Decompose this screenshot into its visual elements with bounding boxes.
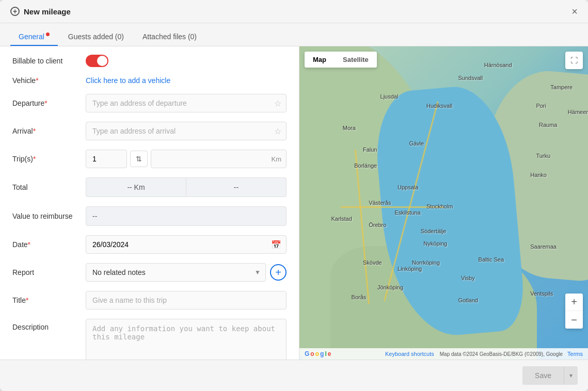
departure-input-wrap: ☆ [86, 94, 287, 112]
map-city-label: Härnösand [484, 62, 512, 68]
map-city-label: Hanko [530, 172, 547, 178]
billable-row: Billable to client [12, 55, 287, 67]
departure-label: Departure* [12, 99, 80, 107]
arrival-label: Arrival* [12, 127, 80, 135]
total-label: Total [12, 183, 80, 191]
report-select-wrap: No related notes ▼ [86, 263, 266, 282]
km-input-wrap: Km [151, 150, 287, 168]
modal-header: + New mileage × [0, 0, 588, 23]
map-type-satellite[interactable]: Satellite [335, 52, 377, 68]
tab-guests[interactable]: Guests added (0) [60, 28, 132, 46]
description-wrap [86, 319, 287, 360]
map-city-label: Örebro [369, 222, 386, 228]
zoom-out-button[interactable]: − [565, 311, 583, 329]
title-input[interactable] [86, 291, 287, 309]
map-city-label: Pori [536, 103, 546, 109]
map-fullscreen-button[interactable]: ⛶ [565, 52, 583, 69]
map-type-controls: Map Satellite [305, 52, 377, 68]
calendar-icon[interactable]: 📅 [271, 240, 281, 250]
map-type-map[interactable]: Map [305, 52, 335, 68]
save-button[interactable]: Save [522, 366, 564, 385]
map-city-label: Borås [352, 294, 367, 300]
map-data-info: Map data ©2024 GeoBasis-DE/BKG (©2009), … [440, 351, 563, 357]
map-city-label: Karlstad [331, 216, 352, 222]
trips-input[interactable] [86, 150, 127, 168]
new-mileage-modal: + New mileage × General Guests added (0)… [0, 0, 588, 391]
terms-link[interactable]: Terms [567, 351, 583, 357]
vehicle-row: Vehicle* Click here to add a vehicle [12, 76, 287, 85]
map-city-label: Borlänge [354, 162, 377, 169]
map-city-label: Linköping [398, 266, 422, 272]
tab-bar: General Guests added (0) Attached files … [0, 23, 588, 46]
map-city-label: Södertälje [421, 228, 447, 234]
arrival-input[interactable] [86, 122, 287, 140]
map-city-label: Stockholm [426, 203, 453, 209]
total-row: Total -- Km -- [12, 177, 287, 197]
map-city-label: Sundsvall [458, 75, 483, 81]
tab-files[interactable]: Attached files (0) [134, 28, 205, 46]
swap-button[interactable]: ⇅ [130, 151, 148, 167]
map-city-label: Hudiksvall [426, 103, 452, 109]
map-city-label: Eskilstuna [394, 209, 420, 216]
reimburse-value: -- [86, 206, 287, 226]
add-report-button[interactable]: + [270, 264, 287, 281]
description-row: Description [12, 319, 287, 360]
date-label: Date* [12, 240, 80, 249]
date-row: Date* 📅 [12, 235, 287, 254]
save-dropdown-button[interactable]: ▾ [564, 367, 578, 384]
map-footer: Google Keyboard shortcuts Map data ©2024… [299, 348, 588, 360]
description-textarea[interactable] [86, 319, 287, 360]
map-city-label: Turku [536, 153, 550, 159]
map-background: HärnösandSundsvallHudiksvallLjusdalMoraP… [299, 46, 588, 360]
map-city-label: Uppsala [398, 184, 418, 190]
trips-controls: ⇅ Km [86, 150, 287, 168]
map-city-label: Baltic Sea [479, 256, 504, 263]
modal-body: Billable to client Vehicle* Click here t… [0, 46, 588, 360]
vehicle-label: Vehicle* [12, 76, 80, 85]
save-button-group: Save ▾ [522, 366, 578, 385]
form-panel: Billable to client Vehicle* Click here t… [0, 46, 299, 360]
date-input[interactable] [86, 235, 287, 254]
report-select[interactable]: No related notes [86, 263, 266, 282]
add-vehicle-link[interactable]: Click here to add a vehicle [86, 76, 170, 85]
report-row: Report No related notes ▼ + [12, 263, 287, 282]
arrival-row: Arrival* ☆ [12, 122, 287, 140]
modal-footer: Save ▾ [0, 360, 588, 391]
keyboard-shortcuts[interactable]: Keyboard shortcuts [385, 351, 434, 357]
zoom-in-button[interactable]: + [565, 294, 583, 311]
map-panel: HärnösandSundsvallHudiksvallLjusdalMoraP… [299, 46, 588, 360]
plus-icon: + [10, 7, 20, 16]
total-amount: -- [186, 177, 287, 197]
map-city-label: Norrköping [412, 259, 440, 266]
trips-row: Trip(s)* ⇅ Km [12, 150, 287, 168]
report-label: Report [12, 268, 80, 276]
map-city-label: Västerås [369, 200, 391, 206]
map-city-label: Gävle [409, 140, 424, 146]
title-row: Title* [12, 291, 287, 309]
map-city-label: Ljusdal [380, 93, 399, 100]
map-city-label: Tampere [550, 84, 573, 90]
departure-favorite-icon[interactable]: ☆ [274, 99, 281, 108]
billable-label: Billable to client [12, 57, 80, 65]
map-city-label: Mora [343, 125, 356, 131]
date-wrap: 📅 [86, 235, 287, 254]
report-wrap: No related notes ▼ + [86, 263, 287, 282]
description-label: Description [12, 319, 80, 331]
modal-title-text: New mileage [24, 7, 71, 16]
map-footer-info: Keyboard shortcuts Map data ©2024 GeoBas… [385, 351, 583, 357]
km-input[interactable] [151, 150, 287, 168]
arrival-input-wrap: ☆ [86, 122, 287, 140]
billable-toggle[interactable] [86, 55, 108, 67]
map-city-label: Gotland [458, 297, 478, 303]
tab-general[interactable]: General [10, 28, 58, 46]
total-km: -- Km [86, 177, 186, 197]
arrival-favorite-icon[interactable]: ☆ [274, 126, 281, 136]
map-city-label: Rauma [539, 122, 557, 128]
map-city-label: Nyköping [423, 240, 447, 247]
close-button[interactable]: × [571, 6, 578, 17]
map-zoom-controls: + − [565, 294, 583, 329]
map-city-label: Falun [363, 146, 377, 153]
departure-input[interactable] [86, 94, 287, 112]
total-values: -- Km -- [86, 177, 287, 197]
trips-label: Trip(s)* [12, 155, 80, 163]
